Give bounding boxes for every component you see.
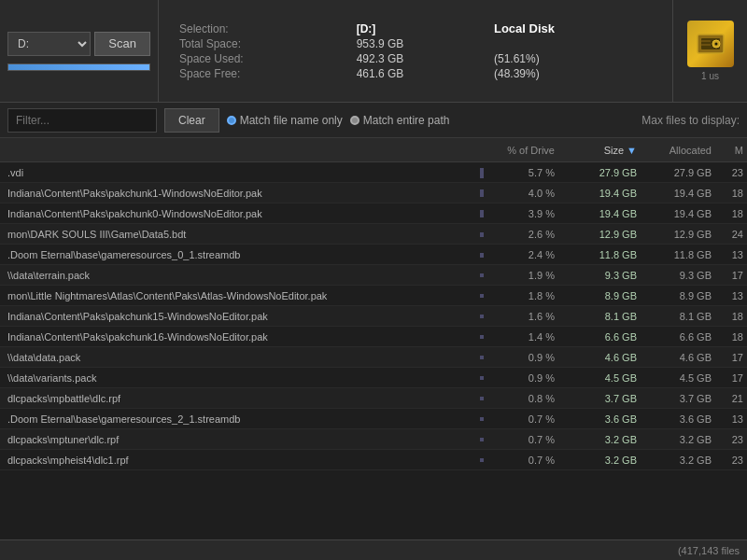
match-path-radio[interactable]: Match entire path (350, 114, 450, 127)
bar-cell (478, 310, 486, 323)
filter-bar: Clear Match file name only Match entire … (0, 103, 747, 138)
file-m: 23 (719, 455, 747, 466)
bar-cell (478, 330, 486, 343)
file-alloc: 12.9 GB (644, 229, 719, 240)
bar-visual (480, 189, 484, 197)
table-row[interactable]: dlcpacks\mpbattle\dlc.rpf 0.8 % 3.7 GB 3… (0, 388, 747, 409)
radio-dot-path (350, 116, 359, 125)
file-m: 23 (719, 167, 747, 178)
file-pct: 1.6 % (486, 311, 570, 322)
clear-button[interactable]: Clear (164, 108, 219, 133)
file-name: \\data\terrain.pack (0, 270, 478, 281)
bar-cell (478, 351, 486, 364)
table-row[interactable]: Indiana\Content\Paks\pakchunk0-WindowsNo… (0, 203, 747, 224)
bar-cell (478, 433, 486, 446)
match-filename-label: Match file name only (240, 114, 343, 127)
svg-rect-4 (701, 40, 711, 42)
space-free-pct: (48.39%) (488, 66, 657, 81)
file-pct: 3.9 % (486, 208, 570, 219)
bar-visual (480, 417, 484, 421)
file-m: 21 (719, 393, 747, 404)
bar-cell (478, 228, 486, 241)
scan-button[interactable]: Scan (94, 32, 150, 56)
file-size: 3.6 GB (570, 413, 644, 425)
drive-dropdown[interactable]: D: (7, 32, 91, 56)
filter-input[interactable] (7, 108, 157, 133)
file-m: 13 (719, 249, 747, 260)
bar-cell (478, 289, 486, 302)
table-row[interactable]: \\data\data.pack 0.9 % 4.6 GB 4.6 GB 17 (0, 347, 747, 368)
file-alloc: 3.2 GB (644, 455, 719, 466)
table-row[interactable]: dlcpacks\mpheist4\dlc1.rpf 0.7 % 3.2 GB … (0, 450, 747, 470)
drive-name: Local Disk (488, 21, 657, 36)
bar-visual (480, 168, 484, 178)
file-name: .Doom Eternal\base\gameresources_2_1.str… (0, 413, 478, 425)
bar-visual (480, 438, 484, 441)
drive-code: [D:] (351, 21, 488, 36)
file-m: 18 (719, 208, 747, 219)
table-row[interactable]: Indiana\Content\Paks\pakchunk16-WindowsN… (0, 327, 747, 347)
col-header-pct: % of Drive (486, 145, 570, 156)
bar-visual (480, 315, 484, 318)
sort-arrow-icon: ▼ (627, 145, 637, 156)
col-header-alloc: Allocated (644, 145, 719, 156)
file-size: 3.2 GB (570, 455, 644, 466)
bar-cell (478, 207, 486, 220)
file-m: 18 (719, 331, 747, 343)
match-filename-radio[interactable]: Match file name only (227, 114, 343, 127)
file-pct: 0.9 % (486, 352, 570, 363)
col-header-size[interactable]: Size ▼ (570, 145, 644, 156)
bar-visual (480, 335, 484, 339)
max-files-label: Max files to display: (641, 114, 740, 127)
bar-cell (478, 248, 486, 261)
table-row[interactable]: .Doom Eternal\base\gameresources_2_1.str… (0, 409, 747, 429)
file-size: 3.7 GB (570, 393, 644, 404)
table-row[interactable]: mon\Little Nightmares\Atlas\Content\Paks… (0, 286, 747, 306)
file-m: 13 (719, 290, 747, 301)
file-m: 13 (719, 413, 747, 425)
file-name: Indiana\Content\Paks\pakchunk0-WindowsNo… (0, 208, 478, 219)
table-row[interactable]: \\data\terrain.pack 1.9 % 9.3 GB 9.3 GB … (0, 265, 747, 286)
table-row[interactable]: Indiana\Content\Paks\pakchunk15-WindowsN… (0, 306, 747, 327)
file-name: Indiana\Content\Paks\pakchunk16-WindowsN… (0, 331, 478, 343)
file-size: 11.8 GB (570, 249, 644, 260)
file-alloc: 8.9 GB (644, 290, 719, 301)
file-pct: 0.8 % (486, 393, 570, 404)
file-alloc: 3.2 GB (644, 434, 719, 445)
file-list[interactable]: .vdi 5.7 % 27.9 GB 27.9 GB 23 Indiana\Co… (0, 162, 747, 539)
table-row[interactable]: .Doom Eternal\base\gameresources_0_1.str… (0, 245, 747, 265)
drive-selector: D: Scan (7, 32, 150, 56)
left-controls: D: Scan (0, 0, 159, 102)
bar-visual (480, 397, 484, 400)
space-free-label: Space Free: (174, 66, 351, 81)
file-m: 24 (719, 229, 747, 240)
bar-visual (480, 232, 484, 237)
file-m: 17 (719, 352, 747, 363)
file-pct: 1.4 % (486, 331, 570, 343)
space-free-value: 461.6 GB (351, 66, 488, 81)
table-row[interactable]: dlcpacks\mptuner\dlc.rpf 0.7 % 3.2 GB 3.… (0, 429, 747, 450)
table-row[interactable]: mon\DARK SOULS III\Game\Data5.bdt 2.6 % … (0, 224, 747, 245)
table-row[interactable]: \\data\variants.pack 0.9 % 4.5 GB 4.5 GB… (0, 368, 747, 388)
file-pct: 0.7 % (486, 413, 570, 425)
file-pct: 1.9 % (486, 270, 570, 281)
svg-point-3 (714, 43, 717, 46)
file-name: dlcpacks\mpbattle\dlc.rpf (0, 393, 478, 404)
table-row[interactable]: .vdi 5.7 % 27.9 GB 27.9 GB 23 (0, 162, 747, 183)
file-name: mon\DARK SOULS III\Game\Data5.bdt (0, 229, 478, 240)
file-pct: 0.9 % (486, 372, 570, 384)
bar-cell (478, 392, 486, 405)
file-alloc: 9.3 GB (644, 270, 719, 281)
file-size: 19.4 GB (570, 188, 644, 199)
file-name: dlcpacks\mptuner\dlc.rpf (0, 434, 478, 445)
bar-visual (480, 253, 484, 258)
total-space-label: Total Space: (174, 36, 351, 51)
file-name: .vdi (0, 167, 478, 178)
table-row[interactable]: Indiana\Content\Paks\pakchunk1-WindowsNo… (0, 183, 747, 203)
file-count: (417,143 files (678, 545, 740, 556)
bar-cell (478, 166, 486, 179)
file-m: 17 (719, 372, 747, 384)
file-alloc: 19.4 GB (644, 208, 719, 219)
progress-bar (8, 64, 149, 70)
file-name: .Doom Eternal\base\gameresources_0_1.str… (0, 249, 478, 260)
